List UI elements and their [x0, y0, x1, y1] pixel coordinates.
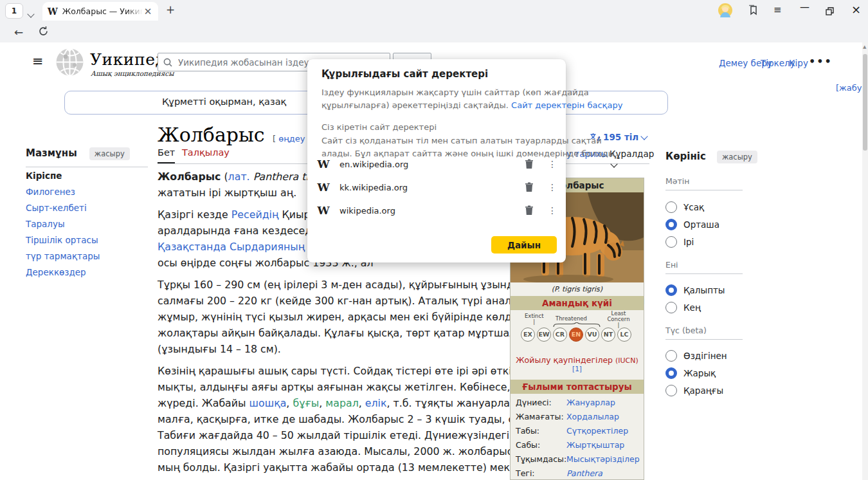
- radio-icon[interactable]: [665, 236, 677, 248]
- tab-talk[interactable]: Талқылау: [182, 147, 230, 158]
- site-domain: wikipedia.org: [339, 206, 525, 216]
- tab-close-icon[interactable]: ✕: [144, 6, 152, 17]
- inline-link[interactable]: лат.: [228, 171, 250, 183]
- radio-selected-icon[interactable]: [665, 219, 677, 230]
- status-cr: CR: [553, 328, 567, 342]
- radio-color-auto[interactable]: Өздігінен: [665, 350, 757, 362]
- text-line: жұмыр, жүнінің түсі қызыл жирен, арқасы …: [158, 309, 510, 325]
- status-nt: NT: [601, 328, 615, 342]
- login-link[interactable]: Кіру: [789, 58, 808, 68]
- text-segment: [: [273, 134, 278, 143]
- text-segment: Қазіргі кезде: [158, 208, 231, 221]
- inline-link[interactable]: Қазақстанда: [158, 241, 226, 253]
- inline-link[interactable]: Сайт деректерін басқару: [511, 100, 622, 110]
- toc-item-taraluy[interactable]: Таралуы: [26, 219, 100, 229]
- radio-text-standard[interactable]: Орташа: [665, 219, 757, 230]
- tab-page[interactable]: Бет: [158, 147, 175, 163]
- text-line: жолбарыстардың саны 3200 шамасында ғана …: [158, 475, 510, 480]
- radio-color-dark[interactable]: Қараңғы: [665, 385, 757, 396]
- site-data-dialog: Құрылғыдағы сайт деректері Іздеу функция…: [307, 59, 566, 263]
- site-kebab-icon[interactable]: ⋮: [548, 182, 557, 192]
- article-title: Жолбарыс: [158, 124, 265, 146]
- tab-title: Жолбарыс — Уикипед: [62, 6, 143, 16]
- minimize-button[interactable]: —: [800, 1, 809, 13]
- radio-color-light[interactable]: Жарық: [665, 367, 757, 379]
- inline-link[interactable]: бұғы: [293, 397, 319, 409]
- close-window-button[interactable]: ×: [851, 3, 861, 16]
- status-ref[interactable]: [1]: [572, 365, 582, 373]
- site-kebab-icon[interactable]: ⋮: [548, 159, 557, 169]
- paragraph-behavior: Көзінің қарашығы ашық сары түсті. Сойдақ…: [158, 363, 510, 480]
- toc-hide-button[interactable]: жасыру: [89, 147, 130, 160]
- delete-site-icon[interactable]: [525, 182, 534, 192]
- toc-list: Кіріспе Филогенез Сырт-келбеті Таралуы Т…: [26, 171, 100, 277]
- text-line: жолақтары айқын байқалады. Құлағы қысқа,…: [158, 325, 510, 341]
- profile-avatar[interactable]: [718, 3, 732, 20]
- delete-site-icon[interactable]: [525, 159, 534, 169]
- toc-item-derekkozder[interactable]: Дереккөздер: [26, 267, 100, 277]
- text-segment: жататын ірі жыртқыш аң.: [158, 187, 296, 199]
- done-button[interactable]: Дайын: [491, 236, 557, 254]
- toc-item-tur-tarmaqtary[interactable]: түр тармақтары: [26, 251, 100, 261]
- inline-link[interactable]: елік: [365, 397, 387, 409]
- toc-item-kirispe[interactable]: Кіріспе: [26, 171, 100, 181]
- text-line: жүреді. Жабайы шошқа, бұғы, марал, елік,…: [158, 395, 510, 411]
- new-tab-button[interactable]: +: [166, 3, 175, 16]
- taxobox-caption: (P. tigris tigris): [511, 282, 644, 296]
- tab-counter-button[interactable]: 1: [5, 3, 23, 19]
- text-line: Іздеу функцияларын жақсарту үшін сайттар…: [321, 86, 622, 99]
- appearance-panel: Көрініс жасыру Мәтін Ұсақ Орташа Ірі Ені…: [665, 150, 757, 396]
- browser-toolbar: ← kk.wikipedia.org Жолбарыс — Уикипедия …: [0, 21, 868, 43]
- status-circles: EX EW CR EN VU NT LC: [521, 328, 631, 342]
- inline-link[interactable]: Сырдарияның: [230, 241, 305, 253]
- text-segment: (ұзындығы 14 – 18 см).: [158, 343, 281, 355]
- wiki-logo[interactable]: [55, 48, 84, 79]
- radio-icon[interactable]: [665, 302, 677, 313]
- color-group-label: Түс (beta): [665, 326, 743, 340]
- radio-width-wide[interactable]: Кең: [665, 302, 757, 313]
- toc-item-filogenez[interactable]: Филогенез: [26, 187, 100, 197]
- radio-icon[interactable]: [665, 201, 677, 213]
- bookmarks-panel-icon[interactable]: [747, 5, 759, 19]
- radio-selected-icon[interactable]: [665, 367, 677, 379]
- inline-link[interactable]: Ресейдің: [231, 208, 279, 221]
- wiki-menu-icon[interactable]: ≡: [32, 53, 44, 69]
- text-segment: ,: [286, 397, 293, 409]
- page-scrollbar-thumb[interactable]: [863, 54, 867, 151]
- radio-width-standard[interactable]: Қалыпты: [665, 284, 757, 296]
- radio-selected-icon[interactable]: [665, 284, 677, 296]
- text-line: салмағы 200 – 220 кг (кейде 300 кг-нан а…: [158, 293, 510, 309]
- browser-menu-icon[interactable]: ≡: [773, 4, 782, 15]
- reload-button[interactable]: [38, 26, 49, 39]
- text-line: (ұзындығы 14 – 18 см).: [158, 341, 510, 357]
- site-domain: en.wikipedia.org: [339, 160, 525, 169]
- tab-list-chevron-icon[interactable]: [28, 7, 33, 19]
- scrollbar-up-arrow[interactable]: ▲: [863, 44, 866, 50]
- toc-item-tirshilik-ortasy[interactable]: Тіршілік ортасы: [26, 235, 100, 245]
- restore-button[interactable]: [826, 6, 834, 18]
- radio-text-small[interactable]: Ұсақ: [665, 201, 757, 213]
- text-segment: Сайт сіз қолданатын тіл мен сатып алатын…: [321, 136, 602, 145]
- taxonomy-row-class: Табы:Сүтқоректілер: [511, 424, 644, 438]
- inline-link[interactable]: шошқа: [249, 397, 287, 409]
- toc-title: Мазмұны: [26, 147, 77, 159]
- header-more-icon[interactable]: •••: [809, 55, 833, 68]
- dialog-title: Құрылғыдағы сайт деректері: [321, 68, 488, 80]
- delete-site-icon[interactable]: [525, 205, 534, 216]
- inline-link[interactable]: өңдеу: [278, 134, 305, 143]
- browser-tab[interactable]: W Жолбарыс — Уикипед ✕: [42, 2, 158, 21]
- radio-icon[interactable]: [665, 385, 677, 396]
- site-kebab-icon[interactable]: ⋮: [548, 205, 557, 216]
- text-segment: ,: [319, 397, 325, 409]
- text-line: Тұрқы 160 – 290 см (ең ірілері 3 м-ден а…: [158, 277, 510, 293]
- radio-icon[interactable]: [665, 350, 677, 362]
- sitenotice-text: Құрметті оқырман, қазақ: [162, 97, 286, 107]
- radio-text-large[interactable]: Ірі: [665, 236, 757, 248]
- appearance-hide-button[interactable]: жасыру: [717, 151, 757, 163]
- taxonomy-row-genus: Тегі:Panthera: [511, 466, 644, 480]
- banner-close-link[interactable]: [жабу]: [836, 83, 865, 93]
- inline-link[interactable]: марал: [325, 397, 358, 409]
- status-link[interactable]: Жойылу қаупіндегілер (IUCN) [1]: [511, 355, 644, 376]
- toc-item-syrt-kelbeti[interactable]: Сырт-келбеті: [26, 203, 100, 213]
- back-button[interactable]: ←: [14, 26, 23, 39]
